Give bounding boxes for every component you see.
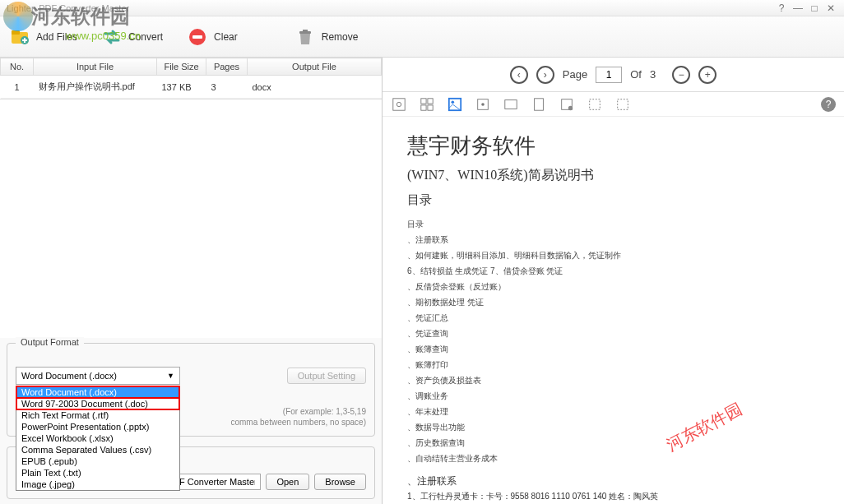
pdf-preview: 慧宇财务软件 (WIN7、WIN10系统)简易说明书 目录 目录、注册联系、如何… <box>383 117 844 504</box>
format-option[interactable]: EPUB (.epub) <box>16 455 179 467</box>
close-button[interactable]: ✕ <box>824 2 837 15</box>
preview-h2: (WIN7、WIN10系统)简易说明书 <box>407 167 819 184</box>
output-format-panel: Output Format Word Document (.docx) ▼ Wo… <box>7 343 375 437</box>
zoom-in-button[interactable]: + <box>698 66 716 84</box>
preview-section: 、注册联系 <box>407 474 819 488</box>
svg-rect-7 <box>393 98 405 109</box>
convert-button[interactable]: Convert <box>102 27 163 47</box>
trash-icon <box>295 27 315 47</box>
format-option[interactable]: Word Document (.docx) <box>16 386 179 398</box>
svg-rect-13 <box>449 98 461 109</box>
add-files-button[interactable]: Add Files <box>10 27 77 47</box>
maximize-button[interactable]: □ <box>808 2 821 15</box>
of-label: Of <box>630 68 642 81</box>
svg-rect-4 <box>192 35 202 39</box>
prev-page-button[interactable]: ‹ <box>510 66 528 84</box>
output-format-label: Output Format <box>16 337 84 347</box>
svg-rect-18 <box>535 98 544 109</box>
convert-label: Convert <box>128 31 163 43</box>
image-view-icon[interactable] <box>447 96 463 113</box>
col-pages[interactable]: Pages <box>206 58 248 76</box>
minimize-button[interactable]: — <box>791 2 805 15</box>
col-output[interactable]: Output File <box>248 58 382 76</box>
svg-point-8 <box>396 102 401 106</box>
tool4-icon[interactable] <box>475 96 491 113</box>
tool6-icon[interactable] <box>531 96 547 113</box>
titlebar: Lighten PDF Converter Master ? — □ ✕ <box>0 0 844 16</box>
tool9-icon[interactable] <box>614 96 631 113</box>
pager: ‹ › Page Of 3 − + <box>383 58 844 92</box>
svg-rect-22 <box>618 99 628 109</box>
view-toolbar: ? <box>383 92 844 117</box>
clear-label: Clear <box>214 31 238 43</box>
remove-label: Remove <box>322 31 359 43</box>
output-setting-button[interactable]: Output Setting <box>287 368 366 384</box>
browse-folder-button[interactable]: Browse <box>314 474 366 490</box>
next-page-button[interactable]: › <box>536 66 554 84</box>
add-files-icon <box>10 27 30 47</box>
preview-h3: 目录 <box>407 192 819 208</box>
svg-point-16 <box>481 103 485 106</box>
svg-rect-11 <box>421 104 426 109</box>
open-folder-button[interactable]: Open <box>266 474 309 490</box>
preview-body: 1、工行牡丹灵通卡：卡号：9558 8016 1110 0761 140 姓名：… <box>407 488 819 504</box>
svg-point-14 <box>452 100 455 104</box>
page-label: Page <box>563 68 587 81</box>
main-toolbar: Add Files Convert Clear Remove <box>0 16 844 58</box>
output-format-combo[interactable]: Word Document (.docx) ▼ Word Document (.… <box>16 367 180 385</box>
svg-rect-6 <box>303 30 308 32</box>
output-format-selected: Word Document (.docx) <box>21 371 117 381</box>
svg-point-20 <box>568 105 573 109</box>
svg-rect-21 <box>590 99 601 109</box>
format-option[interactable]: Word 97-2003 Document (.doc) <box>16 398 179 409</box>
chevron-down-icon: ▼ <box>167 372 174 380</box>
svg-rect-12 <box>428 104 433 109</box>
tool8-icon[interactable] <box>587 96 603 113</box>
preview-toc: 目录、注册联系、如何建账，明细科目添加、明细科目数据输入，凭证制作6、结转损益 … <box>407 216 819 466</box>
total-pages: 3 <box>650 68 656 81</box>
svg-rect-9 <box>421 98 426 103</box>
page-input[interactable] <box>596 67 622 83</box>
clear-button[interactable]: Clear <box>188 27 238 47</box>
format-option[interactable]: Comma Separated Values (.csv) <box>16 444 179 455</box>
col-size[interactable]: File Size <box>157 58 206 76</box>
help-button[interactable]: ? <box>775 2 788 15</box>
grid-view-icon[interactable] <box>419 96 435 113</box>
format-option[interactable]: Plain Text (.txt) <box>16 467 179 479</box>
add-files-label: Add Files <box>36 31 77 43</box>
file-table: No. Input File File Size Pages Output Fi… <box>0 58 382 99</box>
format-option[interactable]: PowerPoint Presentation (.pptx) <box>16 421 179 432</box>
svg-rect-10 <box>428 98 433 103</box>
output-format-dropdown[interactable]: Word Document (.docx)Word 97-2003 Docume… <box>16 386 180 491</box>
col-no[interactable]: No. <box>1 58 34 76</box>
remove-button[interactable]: Remove <box>295 27 359 47</box>
svg-rect-17 <box>505 99 517 109</box>
col-input[interactable]: Input File <box>34 58 157 76</box>
format-option[interactable]: Excel Workbook (.xlsx) <box>16 432 179 444</box>
window-title: Lighten PDF Converter Master <box>7 3 772 13</box>
tool7-icon[interactable] <box>559 96 575 113</box>
format-option[interactable]: Rich Text Format (.rtf) <box>16 409 179 421</box>
clear-icon <box>188 27 207 47</box>
format-option[interactable]: Image (.jpeg) <box>16 479 179 490</box>
zoom-out-button[interactable]: − <box>672 66 690 84</box>
convert-icon <box>102 27 122 47</box>
fit-page-icon[interactable] <box>391 96 407 113</box>
svg-rect-1 <box>12 30 20 35</box>
preview-help-icon[interactable]: ? <box>821 97 836 112</box>
table-row[interactable]: 1财务用户操作说明书.pdf137 KB3docx <box>1 76 382 99</box>
tool5-icon[interactable] <box>503 96 519 113</box>
preview-h1: 慧宇财务软件 <box>407 132 819 160</box>
